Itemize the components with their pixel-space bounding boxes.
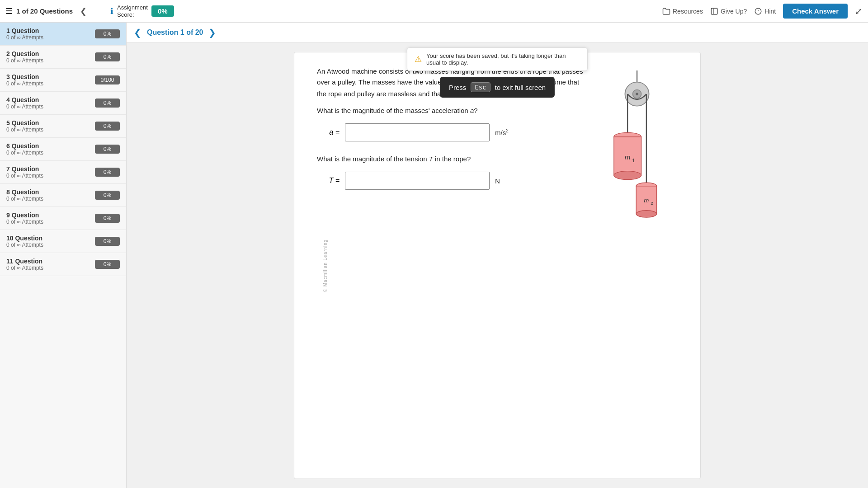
atwood-diagram: m 1 m 2: [596, 70, 687, 465]
tension-unit: N: [495, 177, 500, 185]
acceleration-input[interactable]: [345, 123, 490, 141]
folder-icon: [662, 7, 670, 15]
toast-message: Your score has been saved, but it's taki…: [426, 52, 580, 66]
question-nav-bar: ❮ Question 1 of 20 ❯: [127, 23, 868, 43]
esc-hint-press: Press: [449, 84, 466, 91]
question-prompt-2: What is the magnitude of the tension T i…: [317, 155, 587, 163]
collapse-sidebar-icon[interactable]: ❮: [80, 6, 87, 16]
question-nav-title: Question 1 of 20: [147, 28, 203, 37]
content-area: ❮ Question 1 of 20 ❯ ⚠ Your score has be…: [127, 23, 868, 488]
sidebar-item-7[interactable]: 7 Question 0 of ∞ Attempts 0%: [0, 161, 126, 184]
sidebar: 1 Question 0 of ∞ Attempts 0% 2 Question…: [0, 23, 127, 488]
hint-icon: [754, 7, 762, 15]
answer-row-2: T = N: [317, 172, 587, 190]
resources-button[interactable]: Resources: [662, 7, 703, 15]
sidebar-item-10[interactable]: 10 Question 0 of ∞ Attempts 0%: [0, 230, 126, 253]
svg-text:m: m: [625, 153, 631, 161]
sidebar-item-6[interactable]: 6 Question 0 of ∞ Attempts 0%: [0, 138, 126, 161]
warning-icon: ⚠: [415, 54, 422, 64]
question-content-area: © Macmillan Learning An Atwood machine c…: [127, 43, 868, 488]
tension-input[interactable]: [345, 172, 490, 190]
toast-notification: ⚠ Your score has been saved, but it's ta…: [407, 47, 588, 71]
sidebar-item-9[interactable]: 9 Question 0 of ∞ Attempts 0%: [0, 207, 126, 230]
question-card: © Macmillan Learning An Atwood machine c…: [294, 52, 701, 479]
prev-question-button[interactable]: ❮: [134, 27, 142, 38]
fullscreen-button[interactable]: ⤢: [855, 6, 863, 17]
esc-hint-action: to exit full screen: [495, 84, 546, 91]
hint-button[interactable]: Hint: [754, 7, 776, 15]
svg-rect-0: [711, 8, 717, 14]
svg-point-6: [636, 93, 638, 95]
answer-row-1: a = m/s2: [317, 123, 587, 141]
sidebar-item-4[interactable]: 4 Question 0 of ∞ Attempts 0%: [0, 92, 126, 115]
esc-hint: Press Esc to exit full screen: [440, 77, 555, 98]
top-bar-right: Resources Give Up? Hint Check Answer ⤢: [662, 4, 863, 19]
assignment-label: AssignmentScore:: [117, 4, 148, 18]
svg-point-11: [614, 171, 642, 180]
esc-key-label: Esc: [471, 82, 490, 92]
answer-label-2: T =: [317, 177, 340, 185]
hamburger-icon[interactable]: ☰: [5, 6, 13, 16]
sidebar-item-5[interactable]: 5 Question 0 of ∞ Attempts 0%: [0, 115, 126, 138]
svg-text:2: 2: [651, 201, 653, 206]
svg-text:1: 1: [632, 158, 635, 163]
flag-icon: [710, 7, 718, 15]
questions-count: 1 of 20 Questions: [16, 7, 73, 15]
next-question-button[interactable]: ❯: [208, 27, 216, 38]
question-prompt-1: What is the magnitude of the masses' acc…: [317, 107, 587, 114]
sidebar-item-3[interactable]: 3 Question 0 of ∞ Attempts 0/100: [0, 69, 126, 92]
sidebar-item-1[interactable]: 1 Question 0 of ∞ Attempts 0%: [0, 23, 126, 46]
main-layout: 1 Question 0 of ∞ Attempts 0% 2 Question…: [0, 23, 868, 488]
info-icon: ℹ: [110, 6, 113, 16]
question-text-area: An Atwood machine consists of two masses…: [317, 66, 587, 465]
assignment-score-section: ℹ AssignmentScore: 0%: [110, 4, 174, 18]
watermark: © Macmillan Learning: [323, 239, 328, 292]
check-answer-button[interactable]: Check Answer: [783, 4, 848, 19]
acceleration-unit: m/s2: [495, 128, 509, 136]
svg-point-16: [636, 211, 656, 217]
sidebar-item-8[interactable]: 8 Question 0 of ∞ Attempts 0%: [0, 184, 126, 207]
atwood-svg: m 1 m 2: [596, 70, 678, 233]
sidebar-item-2[interactable]: 2 Question 0 of ∞ Attempts 0%: [0, 46, 126, 69]
top-bar: ☰ 1 of 20 Questions ❮ ℹ AssignmentScore:…: [0, 0, 868, 23]
give-up-button[interactable]: Give Up?: [710, 7, 747, 15]
score-badge: 0%: [151, 5, 174, 17]
sidebar-item-11[interactable]: 11 Question 0 of ∞ Attempts 0%: [0, 253, 126, 276]
svg-text:m: m: [644, 197, 649, 204]
answer-label-1: a =: [317, 128, 340, 136]
top-bar-left: ☰ 1 of 20 Questions ❮: [5, 6, 105, 16]
